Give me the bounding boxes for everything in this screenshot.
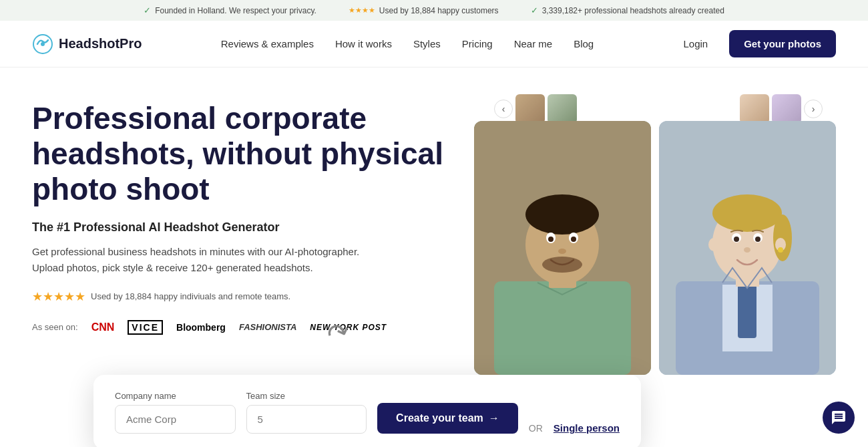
login-button[interactable]: Login [672, 33, 718, 55]
logo-text: HeadshotPro [59, 36, 142, 51]
hero-right: ‹ › [474, 94, 836, 375]
svg-point-9 [548, 237, 554, 242]
svg-point-10 [571, 237, 576, 242]
svg-point-23 [778, 247, 783, 253]
press-fashionista: FASHIONISTA [239, 322, 296, 332]
star-rating: ★★★★★ [32, 289, 85, 304]
header-actions: Login Get your photos [672, 30, 836, 57]
svg-point-20 [773, 214, 792, 261]
team-field: Team size [246, 391, 367, 434]
banner-item-2: ★★★★ Used by 18,884 happy customers [349, 6, 499, 15]
hero-subtitle: The #1 Professional AI Headshot Generato… [32, 220, 474, 235]
svg-point-6 [525, 194, 599, 235]
nav-pricing[interactable]: Pricing [462, 38, 493, 49]
logo-icon [32, 33, 53, 55]
nav-near-me[interactable]: Near me [514, 38, 553, 49]
check-icon-1: ✓ [144, 5, 151, 15]
svg-point-27 [755, 237, 761, 242]
svg-point-1 [41, 42, 45, 46]
top-banner: ✓ Founded in Holland. We respect your pr… [0, 0, 868, 21]
prev-arrow-left[interactable]: ‹ [494, 100, 513, 118]
svg-point-21 [708, 238, 719, 251]
hero-desc: Get professional business headshots in m… [32, 244, 366, 276]
single-person-link[interactable]: Single person [554, 422, 620, 434]
female-photo-svg [659, 121, 836, 375]
get-photos-button[interactable]: Get your photos [729, 30, 836, 57]
male-photo-svg [474, 121, 651, 375]
chat-bubble[interactable] [823, 402, 855, 434]
press-vice: VICE [128, 320, 163, 335]
svg-point-28 [744, 247, 750, 253]
arrow-icon: → [489, 412, 499, 424]
company-name-input[interactable] [115, 405, 236, 434]
nav-blog[interactable]: Blog [574, 38, 594, 49]
banner-item-3: ✓ 3,339,182+ professional headshots alre… [531, 5, 724, 15]
nav-reviews[interactable]: Reviews & examples [221, 38, 314, 49]
banner-text-3: 3,339,182+ professional headshots alread… [542, 6, 724, 15]
press-row: As seen on: CNN VICE Bloomberg FASHIONIS… [32, 320, 474, 335]
svg-point-19 [712, 194, 782, 232]
rating-text: Used by 18,884 happy indiviuals and remo… [91, 291, 290, 301]
banner-text-2: Used by 18,884 happy customers [379, 6, 499, 15]
form-bar-inner: Company name Team size Create your team … [115, 391, 620, 434]
photo-main-male [474, 121, 651, 375]
nav-styles[interactable]: Styles [413, 38, 441, 49]
svg-point-12 [542, 257, 582, 273]
thumb-male-1[interactable] [515, 94, 545, 124]
main-nav: Reviews & examples How it works Styles P… [221, 38, 594, 49]
team-label: Team size [246, 391, 367, 401]
banner-item-1: ✓ Founded in Holland. We respect your pr… [144, 5, 316, 15]
banner-text-1: Founded in Holland. We respect your priv… [155, 6, 316, 15]
press-label: As seen on: [32, 322, 78, 332]
form-bar: Company name Team size Create your team … [93, 375, 641, 447]
thumb-female-2[interactable] [772, 94, 801, 124]
thumbs-right: › [740, 94, 823, 124]
or-text: OR [529, 423, 543, 434]
chat-icon [831, 410, 847, 426]
hero-section: Professional corporate headshots, withou… [0, 67, 868, 388]
create-team-label: Create your team [396, 412, 483, 424]
svg-rect-3 [494, 281, 631, 375]
photo-main-female [659, 121, 836, 375]
svg-point-11 [558, 249, 566, 254]
header: HeadshotPro Reviews & examples How it wo… [0, 21, 868, 67]
stars-banner: ★★★★ [349, 6, 375, 15]
press-bloomberg: Bloomberg [176, 322, 226, 333]
thumb-male-2[interactable] [548, 94, 577, 124]
svg-rect-16 [738, 285, 756, 338]
logo[interactable]: HeadshotPro [32, 33, 142, 55]
rating-row: ★★★★★ Used by 18,884 happy indiviuals an… [32, 289, 474, 304]
next-arrow-right[interactable]: › [804, 100, 823, 118]
svg-point-26 [734, 237, 739, 242]
company-label: Company name [115, 391, 236, 401]
team-size-input[interactable] [246, 405, 367, 434]
company-field: Company name [115, 391, 236, 434]
press-cnn: CNN [91, 321, 115, 333]
hero-left: Professional corporate headshots, withou… [32, 94, 474, 335]
thumb-female-1[interactable] [740, 94, 769, 124]
check-icon-2: ✓ [531, 5, 538, 15]
create-team-button[interactable]: Create your team → [377, 403, 518, 434]
nav-how-it-works[interactable]: How it works [335, 38, 392, 49]
thumbs-left: ‹ [494, 94, 577, 124]
hero-title: Professional corporate headshots, withou… [32, 101, 474, 207]
